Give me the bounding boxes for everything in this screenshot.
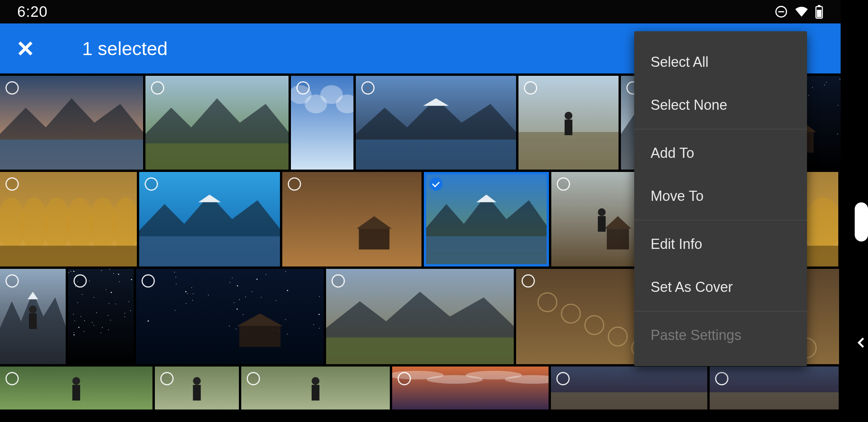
svg-point-162 [287, 290, 288, 291]
status-time: 6:20 [17, 4, 48, 20]
svg-point-108 [93, 297, 94, 298]
svg-point-124 [96, 312, 97, 313]
svg-point-51 [826, 82, 827, 83]
menu-separator [634, 129, 807, 129]
photo-thumbnail[interactable] [0, 269, 66, 364]
status-right [774, 5, 823, 19]
svg-point-168 [256, 279, 258, 280]
menu-item-move-to[interactable]: Move To [634, 175, 807, 218]
selection-circle-icon[interactable] [74, 274, 87, 288]
nav-handle[interactable] [855, 202, 868, 241]
svg-point-81 [598, 208, 606, 216]
svg-point-153 [147, 320, 149, 322]
photo-thumbnail[interactable] [241, 367, 390, 409]
svg-point-123 [124, 316, 125, 317]
menu-item-select-all[interactable]: Select All [634, 41, 807, 84]
photo-thumbnail[interactable] [68, 269, 134, 364]
svg-point-147 [265, 274, 266, 275]
svg-rect-78 [424, 236, 549, 266]
svg-point-165 [243, 314, 244, 315]
svg-point-121 [68, 272, 69, 273]
selection-circle-icon[interactable] [524, 81, 537, 95]
selection-check-icon[interactable] [429, 177, 443, 191]
photo-thumbnail[interactable] [139, 172, 280, 266]
svg-rect-199 [312, 385, 319, 401]
back-icon[interactable] [855, 337, 868, 350]
svg-point-145 [234, 302, 235, 303]
svg-point-105 [89, 281, 90, 281]
svg-rect-178 [326, 338, 514, 364]
svg-point-101 [108, 329, 109, 330]
svg-point-96 [109, 269, 110, 270]
gallery-row [0, 367, 841, 409]
svg-rect-10 [145, 143, 289, 170]
svg-point-125 [92, 322, 93, 323]
photo-thumbnail[interactable] [518, 76, 619, 170]
wifi-icon [794, 5, 809, 18]
selection-circle-icon[interactable] [5, 177, 19, 191]
svg-point-137 [285, 271, 286, 272]
svg-point-97 [74, 332, 74, 333]
svg-point-141 [287, 334, 288, 334]
svg-point-116 [115, 304, 116, 304]
menu-item-add-to[interactable]: Add To [634, 132, 807, 175]
svg-rect-4 [817, 10, 821, 17]
selection-circle-icon[interactable] [142, 274, 155, 288]
svg-point-112 [84, 331, 84, 332]
photo-thumbnail[interactable] [392, 367, 549, 409]
svg-point-98 [78, 327, 79, 328]
photo-thumbnail[interactable] [282, 172, 421, 266]
selection-circle-icon[interactable] [288, 177, 301, 191]
photo-thumbnail[interactable] [291, 76, 353, 170]
selection-circle-icon[interactable] [522, 274, 535, 288]
svg-point-41 [838, 105, 838, 106]
selection-circle-icon[interactable] [556, 372, 570, 385]
svg-point-117 [74, 334, 75, 335]
svg-rect-21 [565, 120, 572, 135]
svg-rect-208 [710, 392, 839, 409]
selection-circle-icon[interactable] [361, 81, 375, 95]
svg-point-119 [129, 301, 129, 302]
menu-item-set-as-cover[interactable]: Set As Cover [634, 266, 807, 309]
photo-thumbnail[interactable] [145, 76, 289, 170]
photo-thumbnail[interactable] [136, 269, 324, 364]
svg-point-161 [313, 324, 314, 325]
selection-circle-icon[interactable] [5, 372, 19, 385]
svg-point-130 [113, 273, 114, 274]
menu-separator [634, 311, 807, 311]
svg-rect-8 [0, 139, 143, 170]
photo-thumbnail[interactable] [0, 367, 152, 409]
menu-item-select-none[interactable]: Select None [634, 84, 807, 127]
selection-circle-icon[interactable] [332, 274, 345, 288]
photo-thumbnail[interactable] [155, 367, 239, 409]
menu-separator [634, 220, 807, 220]
svg-point-136 [176, 284, 177, 284]
selection-circle-icon[interactable] [151, 81, 164, 95]
close-selection-button[interactable] [15, 38, 36, 59]
photo-thumbnail[interactable] [0, 76, 143, 170]
selection-circle-icon[interactable] [160, 372, 174, 385]
selection-circle-icon[interactable] [5, 274, 19, 288]
svg-point-120 [93, 325, 94, 325]
selection-circle-icon[interactable] [557, 177, 570, 191]
svg-point-140 [193, 293, 194, 294]
selection-circle-icon[interactable] [296, 81, 310, 95]
selection-circle-icon[interactable] [5, 81, 19, 95]
photo-thumbnail[interactable] [710, 367, 839, 409]
svg-point-155 [230, 282, 230, 283]
svg-point-106 [119, 281, 120, 282]
svg-point-122 [102, 327, 103, 328]
svg-point-148 [175, 310, 176, 311]
menu-item-edit-info[interactable]: Edit Info [634, 223, 807, 266]
svg-rect-72 [0, 246, 137, 266]
selection-circle-icon[interactable] [398, 372, 411, 385]
selection-circle-icon[interactable] [715, 372, 728, 385]
photo-thumbnail[interactable] [551, 367, 707, 409]
photo-thumbnail[interactable] [0, 172, 137, 266]
photo-thumbnail[interactable] [326, 269, 514, 364]
selection-circle-icon[interactable] [145, 177, 158, 191]
photo-thumbnail[interactable] [356, 76, 516, 170]
svg-point-160 [229, 326, 230, 327]
selection-circle-icon[interactable] [247, 372, 260, 385]
photo-thumbnail[interactable] [424, 172, 549, 266]
